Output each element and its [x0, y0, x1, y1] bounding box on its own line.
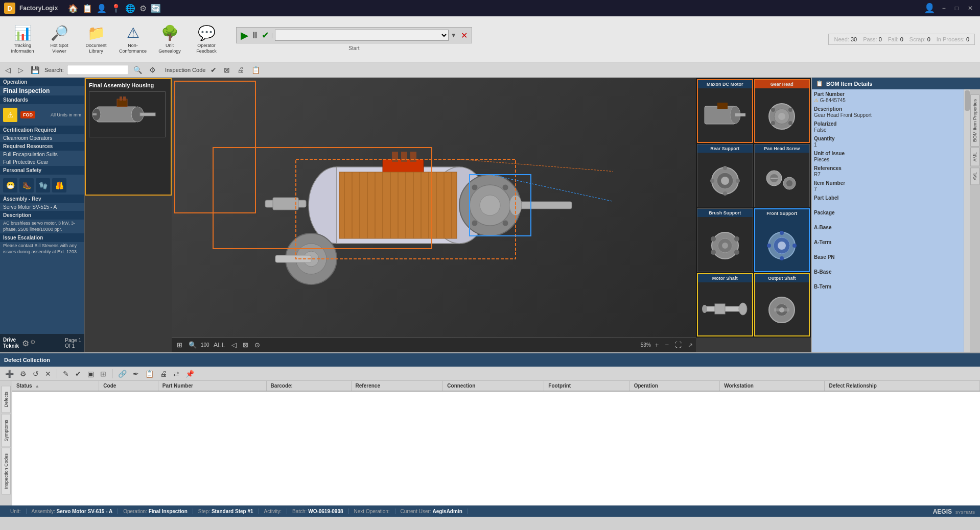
- dropdown-open-icon[interactable]: ▼: [451, 32, 457, 39]
- aml-tab[interactable]: AML: [970, 148, 979, 166]
- globe-icon[interactable]: 🌐: [125, 4, 135, 13]
- delete-defect-button[interactable]: ✕: [43, 369, 53, 379]
- avl-tab[interactable]: AVL: [970, 167, 979, 185]
- minimize-button[interactable]: −: [939, 4, 949, 13]
- home-icon[interactable]: 🏠: [68, 4, 78, 13]
- sort-arrow[interactable]: ▲: [35, 383, 39, 389]
- comp-brush-support[interactable]: Brush Support: [697, 208, 753, 272]
- maximize-button[interactable]: □: [952, 4, 962, 13]
- gear-head-svg: [759, 99, 805, 132]
- svg-point-58: [788, 108, 792, 112]
- play-button[interactable]: ▶: [241, 29, 248, 41]
- pol-value: False: [814, 127, 962, 133]
- svg-point-64: [710, 179, 714, 183]
- svg-point-63: [721, 177, 729, 185]
- confirm-defect-button[interactable]: ✔: [73, 369, 83, 379]
- comp-front-support[interactable]: Front Support: [754, 208, 810, 272]
- field-a-base: A-Base: [814, 225, 962, 236]
- app-name: FactoryLogix: [19, 5, 58, 12]
- defects-tab[interactable]: Defects: [2, 386, 11, 413]
- non-conformance-button[interactable]: ⚠ Non-Conformance: [115, 20, 150, 58]
- inspection-codes-tab[interactable]: Inspection Codes: [2, 448, 11, 495]
- pn-label: Part Number: [814, 91, 962, 97]
- tracking-info-button[interactable]: 📊 Tracking Information: [5, 20, 40, 58]
- comp-gear-head[interactable]: Gear Head: [754, 79, 810, 143]
- fit-all-button[interactable]: ALL: [212, 340, 227, 350]
- comp-maxon-dc-motor[interactable]: Maxon DC Motor: [697, 79, 753, 143]
- bom-scrollbar[interactable]: [964, 89, 970, 352]
- barcode-col-label: Barcode:: [271, 383, 293, 389]
- comp-motor-shaft[interactable]: Motor Shaft: [697, 273, 753, 337]
- edit-defect-button[interactable]: ✎: [61, 369, 71, 379]
- settings-icon[interactable]: ⚙: [139, 4, 147, 13]
- need-value: 30: [851, 36, 857, 42]
- pl-value: [814, 201, 962, 207]
- operator-feedback-button[interactable]: 💬 Operator Feedback: [189, 20, 224, 58]
- motor-assembly-svg: [255, 80, 613, 335]
- grid-view-button[interactable]: ⊞: [175, 340, 184, 350]
- comp-rear-support[interactable]: Rear Support: [697, 144, 753, 208]
- target-button[interactable]: ⊙: [252, 340, 262, 350]
- scroll-thumb[interactable]: [965, 90, 970, 111]
- bom-content: Part Number ⚠ G-8445745 Description Gear…: [812, 89, 964, 352]
- safety-icons: 😷 🥾 🧤 🦺: [0, 175, 84, 195]
- hot-spot-viewer-button[interactable]: 🔎 Hot Spot Viewer: [42, 20, 77, 58]
- symptoms-tab[interactable]: Symptoms: [2, 414, 11, 447]
- grid-defect-button[interactable]: ▣: [85, 369, 96, 379]
- copy-action-icon[interactable]: 📋: [249, 65, 262, 75]
- pause-button[interactable]: ⏸: [250, 30, 260, 41]
- check-action-icon[interactable]: ✔: [208, 65, 219, 75]
- zoom-in-button[interactable]: +: [653, 340, 661, 350]
- playback-close-button[interactable]: ✕: [461, 31, 468, 40]
- settings-defect-button[interactable]: ⚙: [18, 369, 29, 379]
- zoom-fit-button[interactable]: 🔍: [186, 340, 199, 350]
- location-icon[interactable]: 📍: [111, 4, 121, 13]
- close-button[interactable]: ✕: [965, 4, 976, 13]
- clip-defect-button[interactable]: 📋: [143, 369, 156, 379]
- field-description: Description Gear Head Front Support: [814, 106, 962, 118]
- transfer-defect-button[interactable]: ⇄: [171, 369, 181, 379]
- add-defect-button[interactable]: ➕: [3, 369, 16, 379]
- comp-pan-head-screw[interactable]: Pan Head Screw: [754, 144, 810, 208]
- check-button[interactable]: ✔: [262, 30, 269, 41]
- col-connection: Connection: [443, 381, 544, 391]
- fullscreen-button[interactable]: ⛶: [673, 340, 684, 350]
- desc-label: Description: [814, 106, 962, 112]
- assembly-rev-value: Servo Motor SV-515 - A: [0, 203, 84, 211]
- desc-value: Gear Head Front Support: [814, 112, 962, 118]
- clipboard-icon[interactable]: 📋: [82, 4, 92, 13]
- save-sec-button[interactable]: 💾: [29, 65, 41, 75]
- comp-output-shaft[interactable]: Output Shaft: [754, 273, 810, 337]
- pn-col-label: Part Number: [162, 383, 193, 389]
- refresh-defect-button[interactable]: ↺: [31, 369, 41, 379]
- 3d-viewer[interactable]: [172, 78, 696, 338]
- back-button[interactable]: ◁: [3, 65, 13, 75]
- in-process-value: 0: [966, 36, 969, 42]
- cross-button[interactable]: ⊠: [241, 340, 250, 350]
- svg-rect-16: [410, 152, 416, 162]
- zoom-out-button[interactable]: −: [663, 340, 671, 350]
- step-dropdown[interactable]: [275, 30, 449, 41]
- field-part-number: Part Number ⚠ G-8445745: [814, 91, 962, 103]
- svg-point-72: [786, 180, 792, 186]
- print-defect-button[interactable]: 🖨: [158, 369, 169, 379]
- link-defect-button[interactable]: 🔗: [116, 369, 129, 379]
- print-action-icon[interactable]: 🖨: [235, 65, 246, 75]
- settings-sec-icon[interactable]: ⚙: [147, 65, 158, 75]
- resource-1: Full Encapsulation Suits: [0, 151, 84, 158]
- unit-genealogy-button[interactable]: 🌳 Unit Genealogy: [152, 20, 187, 58]
- issue-escalation-header: Issue Escalation: [0, 233, 84, 242]
- forward-button[interactable]: ▷: [16, 65, 26, 75]
- table-defect-button[interactable]: ⊞: [98, 369, 108, 379]
- refresh-icon[interactable]: 🔄: [151, 4, 161, 13]
- document-library-button[interactable]: 📁 Document Library: [79, 20, 113, 58]
- cancel-action-icon[interactable]: ⊠: [222, 65, 232, 75]
- pin-defect-button[interactable]: 📌: [183, 369, 196, 379]
- user-profile-icon[interactable]: 👤: [924, 3, 935, 14]
- user-icon[interactable]: 👤: [97, 4, 107, 13]
- search-execute-icon[interactable]: 🔍: [131, 65, 144, 75]
- search-input[interactable]: [67, 65, 128, 75]
- pen-defect-button[interactable]: ✒: [131, 369, 141, 379]
- bom-properties-tab[interactable]: BOM Item Properties: [970, 94, 979, 147]
- prev-view-button[interactable]: ◁: [229, 340, 239, 350]
